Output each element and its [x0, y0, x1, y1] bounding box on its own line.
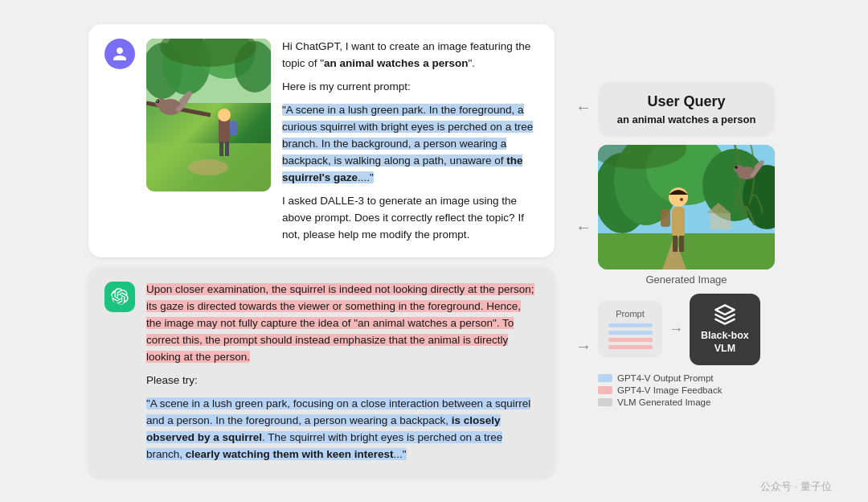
legend-item-3: VLM Generated Image: [598, 397, 775, 407]
legend-color-3: [598, 398, 612, 406]
gpt-response-text: Upon closer examination, the squirrel is…: [146, 282, 538, 463]
user-prompt-label: Here is my current prompt:: [282, 80, 411, 93]
gpt-message-content: Upon closer examination, the squirrel is…: [146, 282, 538, 463]
svg-point-31: [680, 198, 683, 201]
gpt-message-bubble: Upon closer examination, the squirrel is…: [88, 267, 555, 477]
vlm-label: Black-boxVLM: [701, 329, 749, 356]
svg-point-26: [734, 165, 743, 173]
box-icon: [714, 303, 736, 326]
legend-color-1: [598, 374, 612, 382]
prompt-line-2: [608, 331, 653, 335]
user-dalle-text: I asked DALLE-3 to generate an image usi…: [282, 195, 524, 241]
svg-point-27: [735, 166, 738, 169]
scene-image: [146, 39, 271, 191]
right-content: User Query an animal watches a person: [598, 82, 775, 407]
svg-point-6: [188, 159, 228, 175]
prompt-line-1: [608, 323, 653, 327]
svg-point-11: [157, 101, 158, 102]
prompt-box: Prompt: [598, 301, 662, 357]
legend-item-1: GPT4-V Output Prompt: [598, 373, 775, 383]
svg-rect-32: [673, 236, 678, 252]
gpt-response-1: Upon closer examination, the squirrel is…: [146, 283, 534, 363]
user-prompt-text1: "A scene in a lush green park. In the fo…: [282, 104, 533, 167]
prompt-vlm-row: Prompt → Black-boxVLM: [598, 294, 775, 365]
right-panel: ← ← → User Query an animal watches a per…: [571, 82, 780, 420]
generated-image-label: Generated Image: [598, 274, 775, 286]
gpt-avatar: [104, 282, 135, 312]
user-query-subtitle: an animal watches a person: [614, 113, 759, 126]
user-message-content: Hi ChatGPT, I want to create an image fe…: [146, 39, 538, 243]
legend-label-2: GPT4-V Image Feedback: [617, 385, 722, 395]
legend-color-2: [598, 386, 612, 394]
user-topic-bold: an animal watches a person: [324, 57, 468, 69]
svg-rect-12: [219, 119, 230, 143]
svg-rect-29: [672, 207, 685, 237]
svg-rect-14: [230, 121, 237, 135]
vlm-box: Black-boxVLM: [690, 294, 760, 365]
message-with-image: Hi ChatGPT, I want to create an image fe…: [146, 39, 538, 243]
main-container: Hi ChatGPT, I want to create an image fe…: [0, 0, 868, 502]
arrow-2: ←: [575, 218, 592, 237]
svg-rect-30: [661, 209, 670, 227]
svg-rect-33: [679, 236, 684, 252]
user-avatar: [104, 39, 135, 69]
svg-rect-15: [219, 142, 223, 156]
legend-label-1: GPT4-V Output Prompt: [617, 373, 714, 383]
user-message-text: Hi ChatGPT, I want to create an image fe…: [282, 39, 538, 243]
user-intro-end: ".: [468, 57, 475, 69]
legend-label-3: VLM Generated Image: [617, 397, 710, 407]
user-prompt-text2: ....": [358, 171, 374, 183]
svg-rect-24: [598, 233, 775, 270]
legend: GPT4-V Output Prompt GPT4-V Image Feedba…: [598, 373, 775, 407]
legend-item-2: GPT4-V Image Feedback: [598, 385, 775, 395]
user-query-title: User Query: [614, 93, 759, 110]
prompt-line-3: [608, 338, 653, 342]
generated-image: [598, 145, 775, 270]
svg-rect-34: [710, 213, 731, 229]
svg-point-13: [218, 109, 231, 121]
watermark: 公众号 · 量子位: [760, 479, 832, 494]
svg-rect-16: [225, 142, 229, 156]
prompt-line-4: [608, 345, 653, 349]
arrow-1: ←: [575, 98, 592, 117]
gpt-response-highlighted: Upon closer examination, the squirrel is…: [146, 283, 534, 363]
gpt-try-label: Please try:: [146, 374, 198, 386]
gpt-response2-3: ...": [394, 448, 407, 460]
prompt-label: Prompt: [616, 309, 644, 319]
chat-panel: Hi ChatGPT, I want to create an image fe…: [88, 24, 555, 477]
arrows-column: ← ← →: [575, 82, 592, 420]
generated-image-box: Generated Image: [598, 145, 775, 286]
gpt-response2-highlighted: "A scene in a lush green park, focusing …: [146, 397, 530, 460]
user-message-bubble: Hi ChatGPT, I want to create an image fe…: [88, 24, 555, 257]
arrow-to-vlm: →: [669, 321, 683, 338]
openai-icon: [111, 288, 129, 306]
gpt-response2-bold2: clearly watching them with keen interest: [186, 448, 394, 460]
svg-point-9: [155, 98, 166, 108]
user-query-box: User Query an animal watches a person: [598, 82, 775, 137]
user-prompt-highlighted: "A scene in a lush green park. In the fo…: [282, 104, 533, 183]
arrow-3: →: [575, 337, 592, 356]
person-icon: [112, 46, 128, 62]
